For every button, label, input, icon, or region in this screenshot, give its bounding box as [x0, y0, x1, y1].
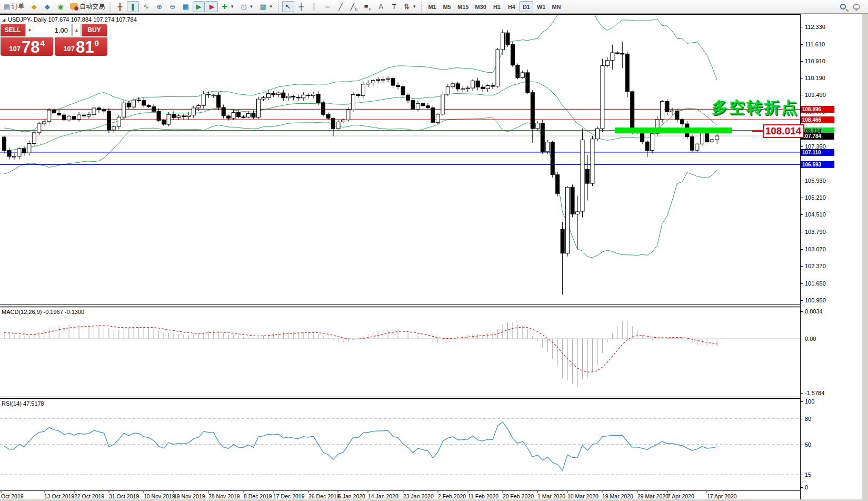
price-tick-label: 104.510 [805, 211, 826, 218]
time-axis-label: 10 Nov 2019 [144, 493, 175, 499]
time-axis-label: 19 Nov 2019 [174, 493, 205, 499]
macd-tick-mark [801, 311, 803, 312]
price-axis[interactable]: 112.330111.610110.910110.190109.490108.7… [800, 14, 862, 499]
auto-scroll-button[interactable]: ▶ [193, 1, 205, 12]
tf-h4[interactable]: H4 [505, 1, 518, 12]
sell-button[interactable]: SELL [1, 24, 25, 36]
rsi-tick-mark [801, 475, 803, 475]
price-tick-mark [801, 146, 803, 147]
template-button[interactable]: ▩▼ [257, 1, 275, 12]
hline-button[interactable]: ─ [322, 1, 334, 12]
tf-m1[interactable]: M1 [425, 1, 439, 12]
search-icon [840, 4, 846, 9]
chevron-down-icon: ▼ [269, 4, 273, 9]
rsi-scale-label: 100 [805, 398, 814, 405]
fibonacci-button[interactable]: ≡F [362, 1, 374, 12]
tf-m5-label: M5 [443, 4, 451, 10]
label-button[interactable]: T [388, 1, 400, 12]
price-tick-mark [801, 95, 803, 95]
price-tick-mark [801, 249, 803, 250]
price-chart[interactable]: Oct 201913 Oct 201922 Oct 201931 Oct 201… [0, 14, 800, 499]
tf-d1[interactable]: D1 [520, 1, 533, 12]
bid-price-button[interactable]: 107 78 4 [1, 37, 53, 56]
icon-sub-label: F [368, 7, 371, 12]
price-tick-mark [801, 283, 803, 284]
bar-chart-button[interactable]: ╫ [114, 1, 126, 12]
crosshair-button[interactable]: ┼ [295, 1, 307, 12]
new-chart-button[interactable]: ✚▼ [219, 1, 237, 12]
trendline-button[interactable]: ╱ [335, 1, 347, 12]
tf-m30[interactable]: M30 [473, 1, 489, 12]
tf-h1[interactable]: H1 [490, 1, 504, 12]
tf-w1[interactable]: W1 [534, 1, 548, 12]
buy-button[interactable]: BUY [82, 24, 107, 36]
zoom-in-button[interactable]: ⊕ [153, 1, 165, 12]
toolbar-separator [278, 2, 280, 12]
price-badge: 108.896 [801, 106, 834, 113]
price-badge: 107.110 [801, 149, 834, 156]
rsi-indicator-label: RSI(14) 47.5178 [2, 400, 44, 407]
volume-up-button[interactable]: ▲ [72, 24, 81, 36]
price-tick-label: 105.930 [805, 178, 826, 184]
tile-windows-button[interactable]: ▦ [179, 1, 192, 12]
time-axis-label: 10 Mar 2020 [567, 493, 598, 499]
channel-button[interactable]: ╱E [348, 1, 361, 12]
bid-price-point: 4 [40, 38, 44, 47]
news-icon-button[interactable]: ◆ [41, 1, 53, 12]
time-axis-label: 2 Feb 2020 [438, 493, 466, 499]
chat-button[interactable] [850, 1, 863, 12]
tf-m15-label: M15 [457, 4, 468, 10]
collapse-icon[interactable]: ◢ [2, 17, 5, 22]
new-order-button[interactable]: ▤订单 [1, 1, 27, 12]
ask-price-button[interactable]: 107 81 0 [55, 37, 107, 56]
channel-icon: ╱ [351, 3, 355, 10]
time-axis[interactable]: Oct 201913 Oct 201922 Oct 201931 Oct 201… [0, 490, 800, 499]
chart-title-ohlc: USDJPY-,Daily 107.674 107.884 107.274 10… [8, 16, 137, 23]
price-tick-label: 110.190 [805, 75, 825, 81]
tf-m15[interactable]: M15 [455, 1, 471, 12]
search-button[interactable] [837, 1, 849, 12]
autotrade-button[interactable]: 自动交易 [67, 1, 107, 12]
tf-m5[interactable]: M5 [440, 1, 454, 12]
macd-tick-mark [801, 339, 803, 339]
highlight-level-bar[interactable] [615, 127, 732, 133]
price-tick-label: 111.610 [805, 41, 825, 47]
tf-mn[interactable]: MN [549, 1, 563, 12]
text-button[interactable]: A [375, 1, 387, 12]
price-badge: 108.466 [801, 116, 834, 123]
vline-icon: │ [312, 3, 316, 10]
right-edge-strip [862, 14, 868, 501]
arrows-button[interactable]: ⇅▼ [401, 1, 419, 12]
cursor-button[interactable]: ↖ [282, 1, 294, 12]
time-axis-label: 17 Dec 2019 [273, 493, 305, 499]
time-axis-label: 14 Jan 2020 [368, 493, 398, 499]
price-tick-label: 105.210 [805, 194, 826, 201]
zoom-in-icon: ⊕ [156, 3, 162, 10]
period-button[interactable]: ◷▼ [238, 1, 256, 12]
volume-down-button[interactable]: ▼ [25, 24, 34, 36]
signal-icon-button[interactable]: ◉ [54, 1, 66, 12]
line-chart-button[interactable]: ∿ [140, 1, 152, 12]
time-axis-label: 22 Oct 2019 [74, 493, 104, 499]
macd-pane [0, 321, 800, 386]
main-toolbar: ▤订单◆◆◉自动交易╫❚∿⊕⊖▦▶▶✚▼◷▼▩▼↖┼│─╱╱E≡FAT⇅▼M1M… [0, 0, 868, 14]
macd-tick-mark [801, 393, 803, 394]
price-tick-mark [801, 78, 803, 78]
gold-icon-button[interactable]: ◆ [28, 1, 40, 12]
text-icon: A [378, 3, 383, 10]
toolbar-separator [421, 2, 423, 12]
time-axis-label: 17 Apr 2020 [707, 493, 737, 499]
chart-shift-button[interactable]: ▶ [206, 1, 218, 12]
rsi-pane [0, 419, 800, 475]
auto-scroll-icon: ▶ [196, 3, 202, 10]
toolbar-separator [109, 2, 112, 12]
rsi-tick-mark [801, 445, 803, 445]
volume-input[interactable]: 1.00 [35, 24, 72, 36]
zoom-out-button[interactable]: ⊖ [166, 1, 178, 12]
vline-button[interactable]: │ [308, 1, 321, 12]
arrows-icon: ⇅ [404, 3, 410, 10]
ask-price-pips: 81 [76, 40, 94, 55]
candlestick-button[interactable]: ❚ [127, 1, 139, 12]
chevron-down-icon: ▼ [230, 4, 234, 9]
price-tick-mark [801, 266, 803, 267]
